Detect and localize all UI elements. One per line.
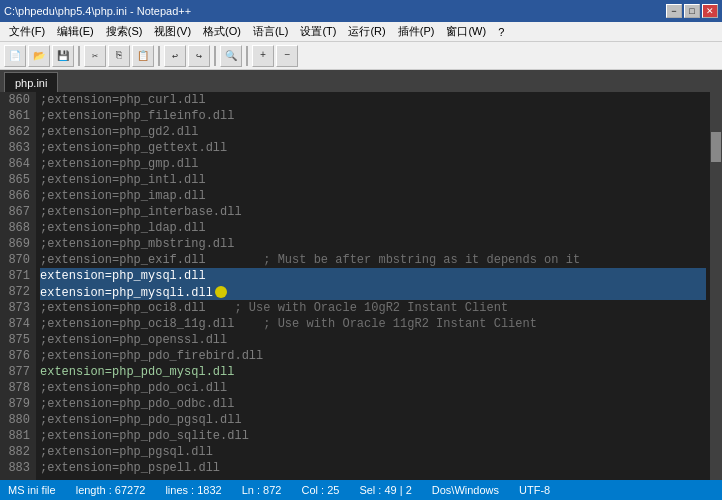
status-col: Col : 25 <box>301 484 339 496</box>
title-bar: C:\phpedu\php5.4\php.ini - Notepad++ − □… <box>0 0 722 22</box>
title-buttons: − □ ✕ <box>666 4 718 18</box>
line-number: 865 <box>6 172 30 188</box>
toolbar-save[interactable]: 💾 <box>52 45 74 67</box>
toolbar: 📄 📂 💾 ✂ ⎘ 📋 ↩ ↪ 🔍 + − <box>0 42 722 70</box>
menu-item[interactable]: 编辑(E) <box>52 23 99 40</box>
code-area[interactable]: ;extension=php_curl.dll;extension=php_fi… <box>36 92 710 480</box>
code-line: extension=php_mysqli.dll <box>40 284 706 300</box>
menu-item[interactable]: 语言(L) <box>248 23 293 40</box>
line-number: 861 <box>6 108 30 124</box>
code-line: ;extension=php_oci8_11g.dll ; Use with O… <box>40 316 706 332</box>
code-line: extension=php_mysql.dll <box>40 268 706 284</box>
code-line: ;extension=php_curl.dll <box>40 92 706 108</box>
toolbar-copy[interactable]: ⎘ <box>108 45 130 67</box>
line-number: 868 <box>6 220 30 236</box>
code-line: ;extension=php_intl.dll <box>40 172 706 188</box>
line-number: 862 <box>6 124 30 140</box>
cursor-indicator <box>215 286 227 298</box>
code-lines: ;extension=php_curl.dll;extension=php_fi… <box>36 92 710 476</box>
code-line: ;extension=php_exif.dll ; Must be after … <box>40 252 706 268</box>
minimize-button[interactable]: − <box>666 4 682 18</box>
scrollbar-thumb[interactable] <box>711 132 721 162</box>
status-ln: Ln : 872 <box>242 484 282 496</box>
status-encoding: Dos\Windows <box>432 484 499 496</box>
status-charset: UTF-8 <box>519 484 550 496</box>
code-line: ;extension=php_mbstring.dll <box>40 236 706 252</box>
code-line: ;extension=php_gmp.dll <box>40 156 706 172</box>
toolbar-paste[interactable]: 📋 <box>132 45 154 67</box>
menu-item[interactable]: 运行(R) <box>343 23 390 40</box>
code-line: ;extension=php_ldap.dll <box>40 220 706 236</box>
code-line: ;extension=php_gd2.dll <box>40 124 706 140</box>
toolbar-sep4 <box>246 46 248 66</box>
title-text: C:\phpedu\php5.4\php.ini - Notepad++ <box>4 5 191 17</box>
code-line: ;extension=php_pspell.dll <box>40 460 706 476</box>
status-bar: MS ini file length : 67272 lines : 1832 … <box>0 480 722 500</box>
scrollbar-vertical[interactable] <box>710 92 722 480</box>
line-number: 882 <box>6 444 30 460</box>
line-number: 881 <box>6 428 30 444</box>
line-number: 879 <box>6 396 30 412</box>
line-number: 860 <box>6 92 30 108</box>
line-number: 867 <box>6 204 30 220</box>
menu-item[interactable]: 设置(T) <box>295 23 341 40</box>
toolbar-find[interactable]: 🔍 <box>220 45 242 67</box>
line-number: 870 <box>6 252 30 268</box>
toolbar-cut[interactable]: ✂ <box>84 45 106 67</box>
toolbar-open[interactable]: 📂 <box>28 45 50 67</box>
tab-label: php.ini <box>15 77 47 89</box>
menu-item[interactable]: 格式(O) <box>198 23 246 40</box>
code-line: ;extension=php_interbase.dll <box>40 204 706 220</box>
line-number: 876 <box>6 348 30 364</box>
line-number: 863 <box>6 140 30 156</box>
line-numbers: 8608618628638648658668678688698708718728… <box>0 92 36 480</box>
menu-item[interactable]: 窗口(W) <box>441 23 491 40</box>
line-number: 871 <box>6 268 30 284</box>
code-line: ;extension=php_pdo_pgsql.dll <box>40 412 706 428</box>
code-line: ;extension=php_fileinfo.dll <box>40 108 706 124</box>
status-filetype: MS ini file <box>8 484 56 496</box>
line-number: 875 <box>6 332 30 348</box>
menu-item[interactable]: ? <box>493 25 509 39</box>
status-lines: lines : 1832 <box>165 484 221 496</box>
menu-item[interactable]: 插件(P) <box>393 23 440 40</box>
code-line: ;extension=php_pdo_firebird.dll <box>40 348 706 364</box>
line-number: 873 <box>6 300 30 316</box>
toolbar-undo[interactable]: ↩ <box>164 45 186 67</box>
code-line: ;extension=php_pdo_sqlite.dll <box>40 428 706 444</box>
line-number: 877 <box>6 364 30 380</box>
menu-item[interactable]: 搜索(S) <box>101 23 148 40</box>
status-sel: Sel : 49 | 2 <box>359 484 411 496</box>
line-number: 866 <box>6 188 30 204</box>
status-length: length : 67272 <box>76 484 146 496</box>
menu-bar: 文件(F)编辑(E)搜索(S)视图(V)格式(O)语言(L)设置(T)运行(R)… <box>0 22 722 42</box>
line-number: 878 <box>6 380 30 396</box>
code-line: ;extension=php_pgsql.dll <box>40 444 706 460</box>
code-line: ;extension=php_imap.dll <box>40 188 706 204</box>
toolbar-sep1 <box>78 46 80 66</box>
maximize-button[interactable]: □ <box>684 4 700 18</box>
menu-item[interactable]: 文件(F) <box>4 23 50 40</box>
line-number: 883 <box>6 460 30 476</box>
toolbar-sep2 <box>158 46 160 66</box>
line-number: 872 <box>6 284 30 300</box>
line-number: 880 <box>6 412 30 428</box>
code-line: ;extension=php_gettext.dll <box>40 140 706 156</box>
line-number: 864 <box>6 156 30 172</box>
line-number: 869 <box>6 236 30 252</box>
code-line: extension=php_pdo_mysql.dll <box>40 364 706 380</box>
toolbar-new[interactable]: 📄 <box>4 45 26 67</box>
tab-bar: php.ini <box>0 70 722 92</box>
code-line: ;extension=php_pdo_oci.dll <box>40 380 706 396</box>
code-line: ;extension=php_openssl.dll <box>40 332 706 348</box>
line-number: 874 <box>6 316 30 332</box>
toolbar-redo[interactable]: ↪ <box>188 45 210 67</box>
menu-item[interactable]: 视图(V) <box>149 23 196 40</box>
close-button[interactable]: ✕ <box>702 4 718 18</box>
tab-phpini[interactable]: php.ini <box>4 72 58 92</box>
editor-wrapper: 8608618628638648658668678688698708718728… <box>0 92 722 480</box>
code-line: ;extension=php_pdo_odbc.dll <box>40 396 706 412</box>
toolbar-zoom-out[interactable]: − <box>276 45 298 67</box>
toolbar-sep3 <box>214 46 216 66</box>
toolbar-zoom-in[interactable]: + <box>252 45 274 67</box>
